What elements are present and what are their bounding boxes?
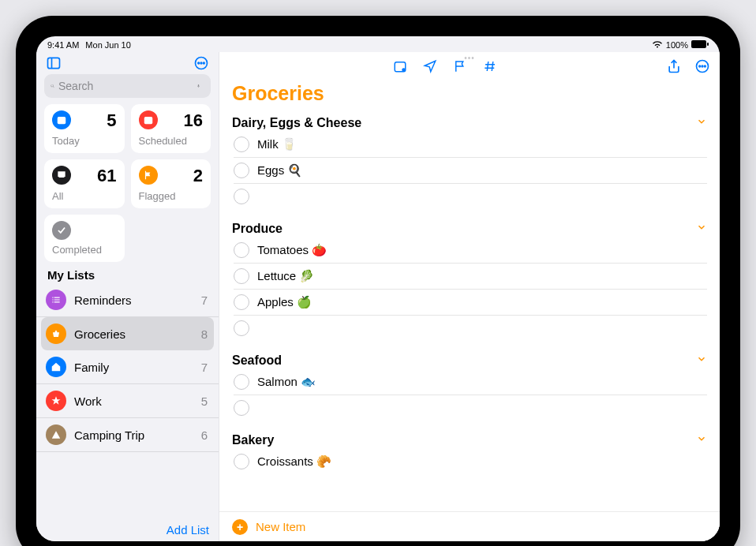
svg-rect-8 [58,117,66,124]
my-lists-header: My Lists [36,262,219,283]
add-list-button[interactable]: Add List [167,523,209,537]
section-header[interactable]: Produce [232,222,283,236]
new-item-button[interactable]: New Item [256,520,305,533]
chevron-down-icon[interactable] [696,116,707,130]
reminder-item[interactable]: Apples 🍏 [234,290,707,316]
complete-toggle[interactable] [234,163,249,178]
svg-rect-1 [707,43,709,46]
search-input[interactable] [58,80,196,92]
tile-today[interactable]: 5 Today [44,104,125,153]
reminder-item-blank[interactable] [234,316,707,341]
tile-flagged-count: 2 [193,166,203,186]
battery-pct: 100% [666,40,688,50]
list-row-reminders[interactable]: Reminders7 [36,283,219,317]
chevron-down-icon[interactable] [696,353,707,368]
chevron-down-icon[interactable] [696,222,707,236]
tray-icon [52,166,71,185]
share-icon[interactable] [666,58,682,74]
sidebar-toggle-icon[interactable] [46,55,62,71]
search-icon [51,80,54,92]
dictate-icon[interactable] [196,80,200,92]
list-title: Groceries [219,80,720,111]
status-date: Mon Jun 10 [85,40,130,50]
location-icon[interactable] [423,59,437,73]
tile-flagged[interactable]: 2 Flagged [131,159,211,208]
section-header[interactable]: Seafood [232,353,282,368]
reminder-item[interactable]: Croissants 🥐 [234,449,707,474]
basket-icon [46,323,66,344]
svg-point-11 [402,68,406,72]
reminder-item[interactable]: Milk 🥛 [234,132,707,158]
list-name: Family [74,361,193,374]
list-row-work[interactable]: Work5 [36,384,219,418]
chevron-down-icon[interactable] [696,433,707,447]
calendar-add-icon[interactable] [393,59,407,73]
svg-point-13 [699,65,701,67]
complete-toggle[interactable] [234,454,249,469]
list-row-camping-trip[interactable]: Camping Trip6 [36,418,219,452]
reminders-body[interactable]: Dairy, Eggs & CheeseMilk 🥛Eggs 🍳ProduceT… [219,111,720,511]
reminder-item-blank[interactable] [234,184,707,209]
plus-icon[interactable]: + [232,519,248,535]
svg-rect-9 [144,117,152,124]
reminder-item[interactable]: Tomatoes 🍅 [234,237,707,264]
complete-toggle[interactable] [234,136,249,152]
list-row-groceries[interactable]: Groceries8 [41,317,214,350]
list-count: 7 [201,294,208,307]
hashtag-icon[interactable] [483,59,497,73]
status-time: 9:41 AM [47,40,79,50]
tile-completed[interactable]: Completed [44,215,125,262]
svg-point-6 [200,62,202,64]
tile-scheduled[interactable]: 16 Scheduled [131,104,211,153]
reminder-text[interactable]: Eggs 🍳 [257,163,302,178]
battery-icon [691,40,709,50]
more-icon[interactable] [193,55,209,71]
tile-scheduled-label: Scheduled [139,135,204,147]
reminder-text[interactable]: Salmon 🐟 [257,375,316,389]
complete-toggle[interactable] [234,400,249,416]
list-count: 6 [201,428,208,442]
list-count: 8 [201,327,208,341]
section-header[interactable]: Dairy, Eggs & Cheese [232,116,361,130]
reminder-item[interactable]: Salmon 🐟 [234,369,707,395]
reminder-text[interactable]: Apples 🍏 [257,295,312,309]
list-count: 7 [201,361,208,374]
section-header[interactable]: Bakery [232,433,274,447]
complete-toggle[interactable] [234,189,249,204]
search-field[interactable] [44,74,211,98]
reminder-text[interactable]: Croissants 🥐 [257,454,331,469]
reminder-item[interactable]: Eggs 🍳 [234,158,707,184]
complete-toggle[interactable] [234,242,249,258]
grabber-icon[interactable]: ••• [464,54,475,62]
calendar-icon [139,110,158,129]
status-bar: 9:41 AM Mon Jun 10 100% [36,36,720,52]
tile-today-label: Today [52,135,117,147]
complete-toggle[interactable] [234,374,249,390]
checkmark-icon [52,221,71,240]
tile-scheduled-count: 16 [184,110,203,131]
main-panel: ••• Groceries Dairy, Eggs & CheeseMilk 🥛… [219,52,720,541]
reminder-text[interactable]: Tomatoes 🍅 [257,243,327,257]
tile-all-label: All [52,190,117,202]
list-name: Groceries [74,327,193,341]
complete-toggle[interactable] [234,320,249,336]
sidebar: 5 Today 16 Scheduled [36,52,219,541]
tile-all[interactable]: 61 All [44,159,125,208]
reminder-text[interactable]: Milk 🥛 [257,137,297,151]
reminder-text[interactable]: Lettuce 🥬 [257,269,314,283]
star-icon [46,391,66,411]
tile-flagged-label: Flagged [139,190,204,202]
list-name: Camping Trip [74,428,193,442]
reminder-item[interactable]: Lettuce 🥬 [234,264,707,290]
tile-completed-label: Completed [52,244,117,256]
list-count: 5 [201,395,208,408]
calendar-today-icon [52,110,71,129]
more-options-icon[interactable] [694,58,710,74]
wifi-icon [652,40,663,50]
complete-toggle[interactable] [234,268,249,284]
complete-toggle[interactable] [234,294,249,310]
svg-point-14 [702,65,703,67]
svg-point-15 [705,65,706,67]
list-row-family[interactable]: Family7 [36,350,219,384]
reminder-item-blank[interactable] [234,395,707,421]
